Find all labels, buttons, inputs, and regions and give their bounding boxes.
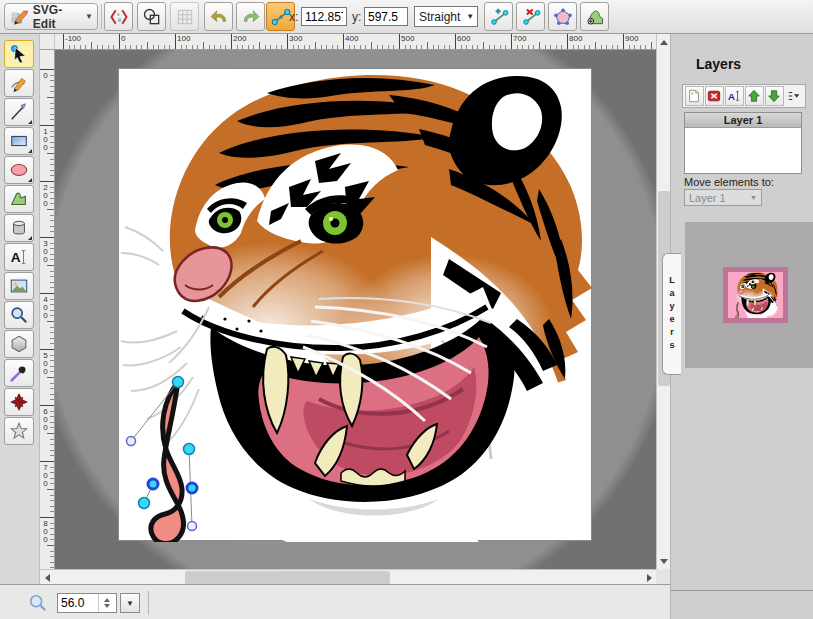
add-subpath-button[interactable] xyxy=(580,2,609,31)
svg-canvas[interactable] xyxy=(118,68,592,541)
star-tool-button[interactable] xyxy=(4,417,34,445)
path-node[interactable] xyxy=(184,444,195,455)
layer-down-icon xyxy=(767,89,781,103)
edit-source-button[interactable]: s g xyxy=(104,2,133,31)
ruler-label: 800 xyxy=(41,517,50,543)
svg-text:A: A xyxy=(11,250,21,265)
text-tool-button[interactable]: A xyxy=(4,243,34,271)
horizontal-scrollbar xyxy=(40,569,656,584)
wireframe-icon xyxy=(142,7,162,27)
ruler-label: 300 xyxy=(41,237,50,263)
grid-icon xyxy=(175,7,195,27)
scroll-left-button[interactable] xyxy=(40,570,54,585)
svg-edit-app: SVG-Edit ▼ s g xyxy=(0,0,813,619)
clone-node-button[interactable] xyxy=(484,2,513,31)
shape-marker-tool-button[interactable] xyxy=(4,388,34,416)
ruler-label: 800 xyxy=(567,34,582,43)
svg-text:g: g xyxy=(117,16,120,23)
workspace[interactable] xyxy=(55,50,656,569)
main-menu-label: SVG-Edit xyxy=(33,3,82,31)
layer-row-active[interactable]: Layer 1 xyxy=(685,113,801,128)
move-elements-select[interactable]: Layer 1 ▼ xyxy=(684,189,762,206)
grid-button[interactable] xyxy=(170,2,199,31)
cylinder-icon xyxy=(9,218,29,238)
zoom-level-input[interactable] xyxy=(58,594,98,612)
toolbar-separator xyxy=(101,4,102,29)
control-handle[interactable] xyxy=(127,437,136,446)
main-menu-button[interactable]: SVG-Edit ▼ xyxy=(4,3,98,30)
shape-library-button[interactable] xyxy=(4,214,34,242)
ruler-label: 400 xyxy=(343,34,358,43)
wireframe-button[interactable] xyxy=(137,2,166,31)
rename-layer-button[interactable]: A xyxy=(725,86,744,106)
panel-divider xyxy=(671,590,813,591)
top-toolbar: SVG-Edit ▼ s g xyxy=(0,0,813,34)
ruler-label: 900 xyxy=(623,34,638,43)
y-coordinate-label: y: xyxy=(352,10,361,24)
spin-up-icon xyxy=(104,598,110,602)
selected-path-node[interactable] xyxy=(148,479,158,489)
hexagon-icon xyxy=(9,334,29,354)
redo-arrow-icon xyxy=(241,7,261,27)
thumbnail-tiger-art xyxy=(728,272,783,318)
ruler-label: 0 xyxy=(119,34,125,43)
zoom-level-field xyxy=(57,593,117,613)
scroll-right-button[interactable] xyxy=(642,570,656,585)
right-arrow-icon xyxy=(647,574,652,582)
star-icon xyxy=(9,421,29,441)
move-layer-up-button[interactable] xyxy=(745,86,764,106)
undo-arrow-icon xyxy=(209,7,229,27)
path-node[interactable] xyxy=(139,498,150,509)
add-subpath-icon xyxy=(585,7,605,27)
move-layer-down-button[interactable] xyxy=(765,86,784,106)
new-layer-icon xyxy=(687,89,701,103)
layer-menu-button[interactable] xyxy=(785,86,804,106)
path-node[interactable] xyxy=(173,377,184,388)
ruler-label: 200 xyxy=(41,181,50,207)
delete-layer-button[interactable] xyxy=(705,86,724,106)
redo-button[interactable] xyxy=(236,2,265,31)
zoom-preset-dropdown[interactable]: ▼ xyxy=(120,593,140,613)
y-coordinate-input[interactable] xyxy=(364,7,408,26)
x-coordinate-input[interactable] xyxy=(301,7,347,26)
line-tool-button[interactable] xyxy=(4,98,34,126)
pencil-tool-button[interactable] xyxy=(4,69,34,97)
left-toolbar: A xyxy=(0,34,40,584)
magnifier-icon xyxy=(9,305,29,325)
polygon-tool-button[interactable] xyxy=(4,330,34,358)
canvas-area: -10001002003004005006007008009001000 010… xyxy=(40,34,670,584)
ruler-label: 100 xyxy=(175,34,190,43)
zoom-tool-button[interactable] xyxy=(4,301,34,329)
ruler-label: 600 xyxy=(455,34,470,43)
segment-type-select[interactable]: Straight ▼ xyxy=(414,6,478,27)
layer-menu-icon xyxy=(787,89,801,103)
ruler-label: 700 xyxy=(511,34,526,43)
horizontal-scrollbar-thumb[interactable] xyxy=(185,571,390,584)
open-path-icon xyxy=(553,7,573,27)
move-elements-value: Layer 1 xyxy=(689,192,726,204)
rectangle-tool-button[interactable] xyxy=(4,127,34,155)
zoom-spinner[interactable] xyxy=(98,594,114,612)
layers-panel-toggle-tab[interactable]: Layers xyxy=(662,253,681,375)
new-layer-button[interactable] xyxy=(685,86,704,106)
open-path-button[interactable] xyxy=(548,2,577,31)
undo-button[interactable] xyxy=(204,2,233,31)
control-handle[interactable] xyxy=(188,522,197,531)
vertical-ruler: 0100200300400500600700800900 xyxy=(40,50,55,569)
eyedropper-icon xyxy=(9,363,29,383)
source-code-icon: s g xyxy=(109,7,129,27)
ruler-label: 0 xyxy=(41,69,50,79)
zoom-level-icon xyxy=(28,593,48,613)
select-tool-button[interactable] xyxy=(4,40,34,68)
eyedropper-tool-button[interactable] xyxy=(4,359,34,387)
ellipse-tool-button[interactable] xyxy=(4,156,34,184)
path-tool-button[interactable] xyxy=(4,185,34,213)
select-arrow-icon xyxy=(9,44,29,64)
selected-path-node[interactable] xyxy=(187,483,197,493)
rename-layer-icon: A xyxy=(727,89,741,103)
image-tool-button[interactable] xyxy=(4,272,34,300)
delete-node-button[interactable] xyxy=(516,2,545,31)
spin-down-icon xyxy=(104,604,110,608)
scroll-up-button[interactable] xyxy=(657,34,671,50)
scroll-down-button[interactable] xyxy=(657,553,671,569)
